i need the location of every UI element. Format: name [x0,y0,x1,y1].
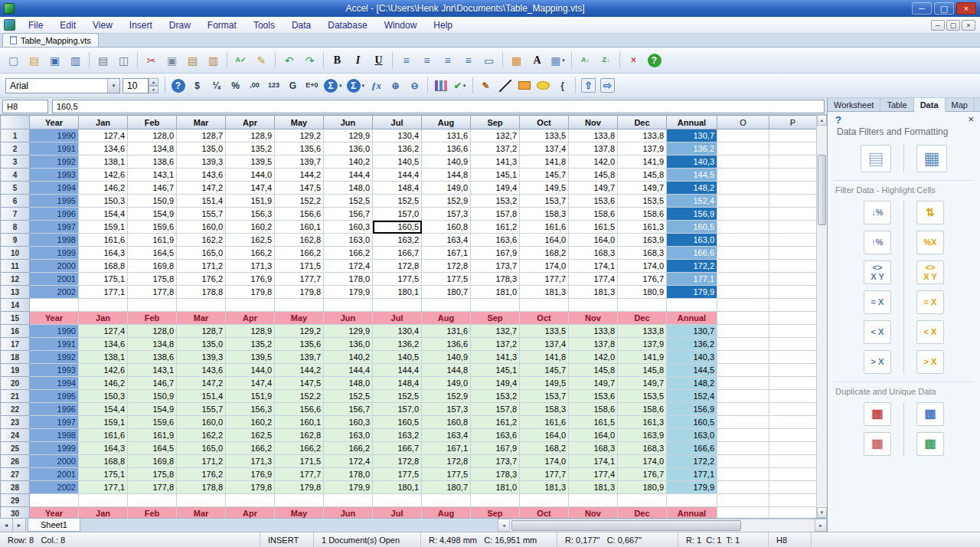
row-header-21[interactable]: 21 [1,390,30,403]
cell[interactable] [717,129,769,142]
cell[interactable]: 161,6 [520,416,569,429]
year-cell[interactable]: 1992 [30,351,79,364]
cell[interactable]: 178,0 [324,468,373,481]
mdi-restore-button[interactable]: ▢ [946,20,960,31]
cell[interactable] [177,299,226,312]
cell[interactable]: 142,6 [79,364,128,377]
cell[interactable]: 147,5 [275,377,324,390]
cell[interactable]: 143,1 [128,169,177,182]
cell[interactable] [373,494,422,507]
document-tab[interactable]: Table_Mapping.vts [2,33,99,47]
annual-cell[interactable]: 140,3 [667,351,717,364]
cell[interactable]: 179,8 [226,286,275,299]
cell[interactable]: 164,3 [79,247,128,260]
cell[interactable]: 149,7 [618,182,667,195]
cell[interactable]: 168,3 [618,247,667,260]
column-header-nov[interactable]: Nov [569,116,618,129]
cell[interactable]: 157,0 [373,208,422,221]
cell[interactable]: 163,0 [324,429,373,442]
cell[interactable]: 140,9 [422,156,471,169]
cell[interactable]: 148,0 [324,377,373,390]
vertical-scroll-thumb[interactable] [818,155,826,225]
row-header-14[interactable]: 14 [1,299,30,312]
cell[interactable]: 147,4 [226,377,275,390]
cell[interactable]: 177,7 [275,468,324,481]
column-header-aug[interactable]: Aug [422,116,471,129]
open-file-button[interactable]: ▤ [24,51,44,70]
fraction-format-button[interactable]: ¼ [207,77,225,94]
cell[interactable]: 145,8 [569,364,618,377]
cell[interactable] [717,286,769,299]
cell[interactable] [769,182,817,195]
cell[interactable] [569,494,618,507]
cell[interactable]: 163,4 [422,234,471,247]
table-header-cell[interactable]: Jul [373,312,422,325]
cell[interactable]: 136,2 [373,142,422,156]
cell[interactable] [769,312,817,325]
cell[interactable]: 149,7 [569,377,618,390]
year-cell[interactable]: 1998 [30,234,79,247]
table-header-cell[interactable]: Mar [177,312,226,325]
cell[interactable]: 149,4 [471,182,520,195]
menu-file[interactable]: File [20,18,51,33]
cell[interactable]: 163,9 [618,234,667,247]
cell[interactable]: 139,3 [177,351,226,364]
cell[interactable]: 141,3 [471,351,520,364]
cell[interactable]: 162,2 [177,234,226,247]
autosum-button[interactable]: Σ▾ [322,77,344,94]
cell[interactable]: 129,9 [324,129,373,142]
new-document-button[interactable]: ▢ [4,51,23,70]
cell[interactable]: 157,3 [422,208,471,221]
bottom-percent-filter-button[interactable]: ↓% [864,201,891,224]
cell[interactable]: 128,0 [128,129,177,142]
cell[interactable]: 161,3 [618,221,667,234]
row-header-20[interactable]: 20 [1,377,30,390]
cell[interactable]: 178,3 [471,468,520,481]
cell[interactable]: 163,2 [373,429,422,442]
annual-cell[interactable]: 166,6 [667,442,717,455]
panel-tab-map[interactable]: Map [946,98,975,111]
number-format-button[interactable]: 123 [265,77,283,94]
year-cell[interactable]: 1993 [30,364,79,377]
table-header-cell[interactable]: May [275,312,324,325]
cell[interactable] [373,299,422,312]
cell[interactable]: 177,1 [79,481,128,494]
cell[interactable]: 139,3 [177,156,226,169]
row-header-22[interactable]: 22 [1,403,30,416]
annual-cell[interactable]: 148,2 [667,377,717,390]
year-cell[interactable]: 2000 [30,455,79,468]
cell[interactable]: 160,5 [373,416,422,429]
insert-textframe-button[interactable]: A [528,51,547,70]
row-header-6[interactable]: 6 [1,195,30,208]
cell[interactable]: 177,1 [79,286,128,299]
row-header-23[interactable]: 23 [1,416,30,429]
cell[interactable]: 147,5 [275,182,324,195]
cell[interactable]: 160,3 [324,221,373,234]
cell[interactable] [30,494,79,507]
cell[interactable]: 140,5 [373,351,422,364]
cell[interactable] [667,494,717,507]
row-header-27[interactable]: 27 [1,468,30,481]
cell[interactable] [569,299,618,312]
cell[interactable]: 152,5 [324,390,373,403]
draw-rectangle-button[interactable] [515,77,533,94]
cell[interactable] [177,494,226,507]
cell[interactable] [667,299,717,312]
cell[interactable]: 140,2 [324,156,373,169]
annual-cell[interactable]: 136,2 [667,338,717,351]
year-cell[interactable]: 2002 [30,286,79,299]
cell[interactable] [769,195,817,208]
selected-cell[interactable]: 160,5 [373,221,422,234]
cell[interactable] [717,468,769,481]
cell[interactable]: 179,8 [226,481,275,494]
cell[interactable]: 160,1 [275,416,324,429]
cell[interactable]: 136,6 [422,142,471,156]
sheet-next-button[interactable]: ► [13,519,26,532]
cell[interactable]: 159,6 [128,416,177,429]
cell[interactable]: 144,4 [373,364,422,377]
cell[interactable]: 180,1 [373,286,422,299]
cell[interactable]: 181,3 [569,481,618,494]
row-header-7[interactable]: 7 [1,208,30,221]
cell[interactable] [717,260,769,273]
justify-button[interactable]: ≡ [459,51,478,70]
